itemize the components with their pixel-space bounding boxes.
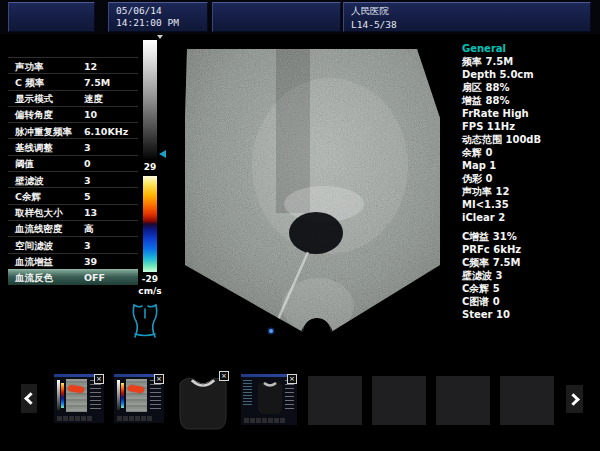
param-row-spatial-filter: 空间滤波3 [8,236,138,252]
param-row-packet-size: 取样包大小13 [8,204,138,220]
thumb-grayscale-bar [57,380,60,410]
info-frame-rate: FrRate High [462,107,598,120]
info-iclear: iClear 2 [462,211,598,224]
info-c-frequency: C频率 7.5M [462,256,598,269]
date-text: 05/06/14 [109,3,207,16]
thumbnail-placeholder [436,376,490,425]
info-frequency: 频率 7.5M [462,55,598,68]
thumb-text-column-right [285,380,294,410]
param-row-wall-filter: 壁滤波3 [8,171,138,187]
preset-title: General [462,42,598,55]
velocity-unit: cm/s [137,286,163,296]
param-row-display-mode: 显示模式速度 [8,90,138,106]
thumb-image [126,379,147,412]
info-acoustic-power: 声功率 12 [462,185,598,198]
velocity-scale-min: -29 [137,274,163,284]
param-row-acoustic-power: 声功率12 [8,57,138,73]
info-fps: FPS 11Hz [462,120,598,133]
thumbnail-fan-large[interactable]: × [177,371,229,432]
thumb-text-column [243,380,252,406]
thumbnail-fan-ui[interactable]: × [241,374,297,425]
param-row-c-persistence: C余辉5 [8,187,138,203]
param-row-line-density: 血流线密度高 [8,220,138,236]
info-persistence: 余辉 0 [462,146,598,159]
image-info-panel: General 频率 7.5M Depth 5.0cm 扇区 88% 增益 88… [462,42,598,321]
param-row-prf: 脉冲重复频率6.10KHz [8,122,138,138]
ultrasound-image[interactable] [178,38,452,344]
thumbnail-doppler-1[interactable]: × [54,374,104,423]
thumb-colorbar [61,383,64,408]
down-caret-icon [157,35,163,39]
thumb-colorbar [121,383,124,408]
param-row-threshold: 阈值0 [8,155,138,171]
thumb-text-column [150,380,161,410]
param-row-c-frequency: C 频率7.5M [8,73,138,89]
info-map: Map 1 [462,159,598,172]
info-sector: 扇区 88% [462,81,598,94]
parameter-panel: 声功率12 C 频率7.5M 显示模式速度 偏转角度10 脉冲重复频率6.10K… [8,57,138,285]
info-c-gain: C增益 31% [462,230,598,243]
thumbnail-doppler-2[interactable]: × [114,374,164,423]
info-c-persistence: C余辉 5 [462,282,598,295]
top-bar: 05/06/14 14:21:00 PM 人民医院 L14-5/38 [0,0,600,34]
color-doppler-bar [143,176,157,272]
thumb-filmstrip [57,416,92,422]
close-icon[interactable]: × [219,371,229,381]
exam-info-box [212,2,341,32]
gain-marker-icon [159,150,166,158]
info-dynamic-range: 动态范围 100dB [462,133,598,146]
info-gain: 增益 88% [462,94,598,107]
info-c-map: C图谱 0 [462,295,598,308]
patient-info-box [8,2,95,32]
thumbnail-placeholder [308,376,362,425]
thumb-fan-image [257,378,283,415]
body-marker-icon [126,301,164,345]
info-prfc: PRFc 6kHz [462,243,598,256]
close-icon[interactable]: × [154,374,164,384]
info-chroma: 伪彩 0 [462,172,598,185]
thumbnail-placeholder [372,376,426,425]
thumb-filmstrip [117,416,152,422]
thumb-grayscale-bar [117,380,120,410]
grayscale-bar [143,40,157,160]
param-row-flow-invert-selected: 血流反色OFF [8,269,138,285]
velocity-scale-max: 29 [137,162,163,172]
time-text: 14:21:00 PM [109,16,207,28]
chevron-left-icon [24,392,37,405]
close-icon[interactable]: × [94,374,104,384]
close-icon[interactable]: × [287,374,297,384]
cursor-dot [269,329,273,333]
param-row-steer-angle: 偏转角度10 [8,106,138,122]
hospital-name: 人民医院 [344,3,590,18]
chevron-right-icon [567,393,580,406]
info-mi: MI<1.35 [462,198,598,211]
param-row-color-gain: 血流增益39 [8,253,138,269]
datetime-box: 05/06/14 14:21:00 PM [108,2,208,32]
param-row-baseline: 基线调整3 [8,138,138,154]
probe-model: L14-5/38 [344,18,590,30]
hospital-box: 人民医院 L14-5/38 [343,2,591,32]
thumb-text-column [90,380,101,410]
filmstrip-next-button[interactable] [566,385,583,413]
info-steer: Steer 10 [462,308,598,321]
info-wall-filter: 壁滤波 3 [462,269,598,282]
filmstrip-prev-button[interactable] [21,384,37,413]
thumb-image [66,379,87,412]
thumb-filmstrip [244,418,285,424]
ultrasound-screen: 05/06/14 14:21:00 PM 人民医院 L14-5/38 声功率12… [0,0,600,451]
thumbnail-placeholder [500,376,554,425]
info-depth: Depth 5.0cm [462,68,598,81]
